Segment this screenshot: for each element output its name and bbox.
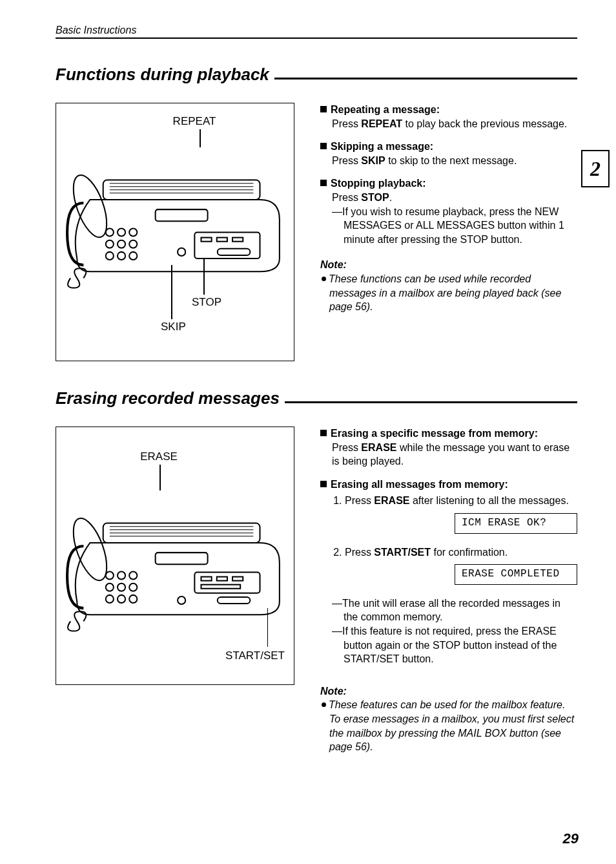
key-name: STOP [361, 192, 389, 203]
svg-rect-32 [232, 577, 243, 581]
sub-note: —If you wish to resume playback, press t… [344, 205, 577, 247]
svg-point-27 [118, 595, 125, 603]
svg-rect-14 [232, 238, 243, 242]
svg-point-4 [129, 228, 137, 236]
note-heading: Note: [320, 258, 577, 272]
svg-point-26 [106, 595, 114, 603]
figure-label-repeat: REPEAT [103, 115, 286, 128]
svg-rect-13 [217, 238, 227, 242]
figure-box: ERASE [56, 427, 294, 685]
list-item: Press START/SET for confirmation. ERASE … [345, 545, 577, 594]
body-text: . [389, 192, 392, 203]
svg-point-7 [129, 240, 137, 248]
bullet-heading: Erasing all messages from memory: [331, 479, 508, 490]
fax-machine-illustration [64, 490, 286, 635]
bullet-heading: Stopping playback: [331, 178, 426, 189]
bullet-heading: Erasing a specific message from memory: [331, 428, 538, 439]
chapter-tab: 2 [581, 150, 610, 187]
body-text: Press [332, 192, 361, 203]
note-body: These functions can be used while record… [329, 272, 577, 314]
note-body: These features can be used for the mailb… [329, 698, 577, 753]
svg-point-6 [118, 240, 125, 248]
svg-point-3 [118, 228, 125, 236]
svg-point-24 [118, 584, 125, 591]
dot-bullet-icon [322, 277, 326, 281]
section-title: Erasing recorded messages [56, 388, 280, 408]
svg-point-23 [106, 584, 114, 591]
body-text: Press [332, 442, 361, 453]
dot-bullet-icon [322, 702, 326, 707]
figure-label-erase: ERASE [32, 450, 286, 463]
pointer-line [159, 465, 161, 490]
sub-note: —The unit will erase all the recorded me… [344, 596, 577, 624]
key-name: START/SET [374, 547, 431, 558]
figure-label-startset: START/SET [225, 649, 285, 662]
svg-rect-30 [201, 577, 211, 581]
svg-rect-12 [201, 238, 211, 242]
svg-rect-29 [194, 572, 260, 593]
section-title: Functions during playback [56, 65, 269, 85]
figure-label-stop: STOP [192, 296, 221, 309]
body-text: for confirmation. [431, 547, 508, 558]
key-name: ERASE [374, 495, 409, 506]
page-number: 29 [563, 830, 579, 847]
body-text: Press [345, 495, 374, 506]
figure-label-skip: SKIP [161, 321, 186, 333]
svg-rect-16 [218, 249, 251, 255]
chapter-number: 2 [590, 157, 601, 181]
body-text: Press [345, 547, 374, 558]
text-column: Erasing a specific message from memory: … [320, 427, 577, 754]
sub-note: —If this feature is not required, press … [344, 624, 577, 666]
lcd-display: ICM ERASE OK? [455, 513, 577, 534]
figure-box: REPEAT [56, 103, 294, 361]
svg-point-2 [106, 228, 114, 236]
note-heading: Note: [320, 684, 577, 699]
svg-rect-1 [156, 209, 208, 221]
svg-rect-33 [201, 585, 240, 589]
svg-rect-31 [217, 577, 227, 581]
svg-rect-19 [156, 553, 208, 564]
pointer-line [203, 258, 205, 295]
svg-point-22 [129, 571, 137, 579]
pointer-line [200, 129, 201, 147]
svg-point-5 [106, 240, 114, 248]
body-text: after listening to all the messages. [409, 495, 568, 506]
body-text: to play back the previous message. [402, 118, 567, 129]
svg-point-20 [106, 571, 114, 579]
key-name: SKIP [361, 155, 385, 166]
horizontal-rule [274, 78, 577, 79]
text-column: Repeating a message: Press REPEAT to pla… [320, 103, 577, 361]
svg-point-28 [129, 595, 137, 603]
section-title-row: Erasing recorded messages [56, 388, 577, 408]
section-title-row: Functions during playback [56, 65, 577, 85]
square-bullet-icon [320, 430, 327, 436]
square-bullet-icon [320, 143, 327, 149]
svg-point-8 [106, 252, 114, 260]
square-bullet-icon [320, 180, 327, 186]
svg-point-9 [118, 252, 125, 260]
square-bullet-icon [320, 481, 327, 487]
svg-point-34 [178, 596, 185, 604]
svg-point-10 [129, 252, 137, 260]
svg-point-15 [178, 248, 185, 256]
body-text: Press [332, 118, 361, 129]
svg-point-25 [129, 584, 137, 591]
bullet-heading: Skipping a message: [331, 141, 433, 152]
list-item: Press ERASE after listening to all the m… [345, 494, 577, 542]
key-name: ERASE [361, 442, 396, 453]
lcd-display: ERASE COMPLETED [455, 564, 577, 585]
header-text: Basic Instructions [56, 25, 136, 36]
horizontal-rule [285, 401, 577, 403]
key-name: REPEAT [361, 118, 402, 129]
svg-rect-35 [218, 597, 251, 604]
pointer-line [171, 265, 172, 319]
page-header: Basic Instructions [56, 25, 577, 39]
svg-point-21 [118, 571, 125, 579]
body-text: Press [332, 155, 361, 166]
body-text: to skip to the next message. [385, 155, 517, 166]
square-bullet-icon [320, 106, 327, 112]
bullet-heading: Repeating a message: [331, 104, 440, 115]
pointer-line [267, 608, 269, 647]
